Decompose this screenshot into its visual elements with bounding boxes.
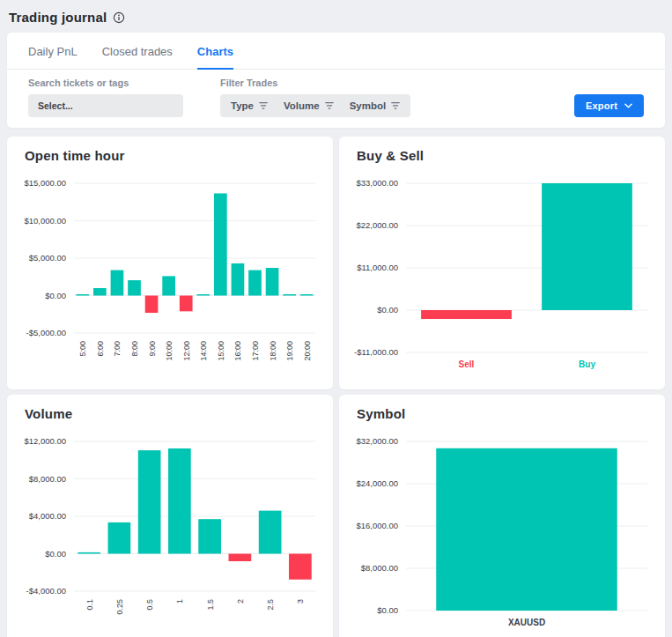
svg-text:2.5: 2.5 [266, 599, 275, 611]
buy-sell-bar-chart: $33,000.00$22,000.00$11,000.00$0.00-$11,… [344, 178, 660, 374]
svg-text:1.5: 1.5 [206, 599, 215, 611]
export-button[interactable]: Export [574, 94, 644, 117]
bar-1.5 [198, 519, 221, 553]
svg-text:16:00: 16:00 [233, 341, 242, 361]
svg-text:0.1: 0.1 [85, 599, 94, 611]
bar-17:00 [248, 270, 262, 296]
page-title: Trading journal [9, 10, 107, 25]
export-label: Export [586, 100, 617, 111]
svg-text:$24,000.00: $24,000.00 [356, 478, 398, 488]
filter-volume-button[interactable]: Volume [284, 100, 334, 111]
search-input-value: Select... [38, 100, 73, 111]
svg-text:14:00: 14:00 [199, 341, 208, 361]
chart-title: Symbol [357, 406, 660, 421]
chart-title: Open time hour [25, 148, 328, 163]
svg-text:18:00: 18:00 [269, 341, 277, 361]
bar-Sell [421, 310, 512, 319]
svg-text:0.5: 0.5 [145, 599, 154, 611]
bar-20:00 [300, 294, 314, 296]
filter-trades-group: Filter Trades Type Volume [220, 78, 410, 117]
symbol-bar-chart: $32,000.00$24,000.00$16,000.00$8,000.00$… [344, 436, 660, 632]
svg-text:8:00: 8:00 [130, 341, 139, 357]
svg-text:$4,000.00: $4,000.00 [29, 511, 66, 521]
svg-text:-$5,000.00: -$5,000.00 [26, 328, 66, 337]
bar-15:00 [214, 193, 227, 295]
chevron-down-icon [624, 103, 632, 108]
tab-bar: Daily PnL Closed trades Charts [7, 33, 665, 70]
chart-card-buy-sell: Buy & Sell $33,000.00$22,000.00$11,000.0… [339, 137, 665, 389]
tab-charts[interactable]: Charts [197, 33, 233, 69]
bar-0.5 [138, 450, 161, 553]
search-field-group: Search tickets or tags Select... [28, 78, 183, 117]
svg-text:XAUUSD: XAUUSD [508, 618, 545, 627]
bar-2 [229, 554, 252, 562]
svg-text:2: 2 [236, 599, 245, 604]
bar-5:00 [76, 294, 89, 296]
bar-10:00 [162, 276, 175, 295]
svg-text:1: 1 [175, 599, 184, 604]
svg-text:$15,000.00: $15,000.00 [24, 178, 66, 188]
filter-type-button[interactable]: Type [231, 100, 268, 111]
tab-daily-pnl[interactable]: Daily PnL [28, 33, 78, 69]
svg-text:7:00: 7:00 [113, 341, 122, 357]
svg-text:-$4,000.00: -$4,000.00 [26, 586, 66, 596]
svg-text:17:00: 17:00 [251, 341, 260, 361]
svg-text:$10,000.00: $10,000.00 [24, 216, 66, 226]
bar-14:00 [196, 294, 210, 296]
svg-text:$22,000.00: $22,000.00 [356, 220, 398, 230]
page-header: Trading journal [7, 7, 665, 33]
svg-text:$0.00: $0.00 [377, 305, 398, 315]
svg-text:$12,000.00: $12,000.00 [24, 436, 66, 446]
svg-text:5:00: 5:00 [78, 341, 87, 357]
bar-2.5 [259, 511, 282, 554]
svg-text:10:00: 10:00 [165, 341, 174, 361]
filter-icon [259, 101, 268, 110]
svg-text:$32,000.00: $32,000.00 [356, 436, 398, 446]
bar-12:00 [180, 296, 193, 312]
volume-bar-chart: $12,000.00$8,000.00$4,000.00$0.00-$4,000… [12, 436, 328, 632]
filter-symbol-label: Symbol [350, 100, 387, 111]
filter-row: Search tickets or tags Select... Filter … [7, 70, 665, 128]
chart-card-volume: Volume $12,000.00$8,000.00$4,000.00$0.00… [7, 395, 333, 637]
svg-text:0.25: 0.25 [115, 599, 124, 615]
chart-card-symbol: Symbol $32,000.00$24,000.00$16,000.00$8,… [339, 395, 665, 637]
svg-text:3: 3 [296, 599, 305, 604]
bar-18:00 [266, 268, 279, 295]
svg-text:$8,000.00: $8,000.00 [29, 474, 66, 484]
info-icon[interactable] [113, 11, 125, 24]
svg-text:$16,000.00: $16,000.00 [356, 521, 398, 530]
bar-8:00 [128, 280, 141, 295]
chart-title: Volume [25, 406, 328, 421]
filter-icon [325, 101, 334, 110]
bar-16:00 [232, 263, 245, 296]
chart-card-open-time-hour: Open time hour $15,000.00$10,000.00$5,00… [7, 137, 333, 389]
svg-text:19:00: 19:00 [285, 341, 294, 361]
svg-text:$5,000.00: $5,000.00 [29, 253, 66, 263]
charts-grid: Open time hour $15,000.00$10,000.00$5,00… [7, 137, 665, 637]
svg-text:12:00: 12:00 [182, 341, 191, 361]
svg-text:15:00: 15:00 [217, 341, 225, 361]
svg-text:Sell: Sell [459, 359, 475, 369]
filter-trades-label: Filter Trades [220, 78, 410, 88]
search-input[interactable]: Select... [28, 94, 183, 117]
chart-title: Buy & Sell [357, 148, 660, 163]
svg-text:6:00: 6:00 [96, 341, 105, 357]
svg-text:$33,000.00: $33,000.00 [356, 178, 398, 188]
filter-buttons: Type Volume Symbol [220, 94, 410, 117]
bar-Buy [542, 183, 632, 310]
tab-closed-trades[interactable]: Closed trades [102, 33, 173, 69]
bar-XAUUSD [436, 448, 617, 611]
svg-text:$0.00: $0.00 [45, 291, 66, 300]
svg-text:$0.00: $0.00 [45, 549, 66, 559]
filter-symbol-button[interactable]: Symbol [350, 100, 401, 111]
open-time-hour-bar-chart: $15,000.00$10,000.00$5,000.00$0.00-$5,00… [12, 178, 328, 374]
search-label: Search tickets or tags [28, 78, 183, 88]
svg-text:20:00: 20:00 [303, 341, 312, 361]
svg-text:$8,000.00: $8,000.00 [361, 563, 398, 573]
filter-type-label: Type [231, 100, 254, 111]
bar-19:00 [283, 294, 296, 296]
filter-icon [391, 101, 400, 110]
svg-text:$11,000.00: $11,000.00 [357, 263, 398, 272]
filter-volume-label: Volume [284, 100, 320, 111]
bar-1 [168, 448, 191, 554]
